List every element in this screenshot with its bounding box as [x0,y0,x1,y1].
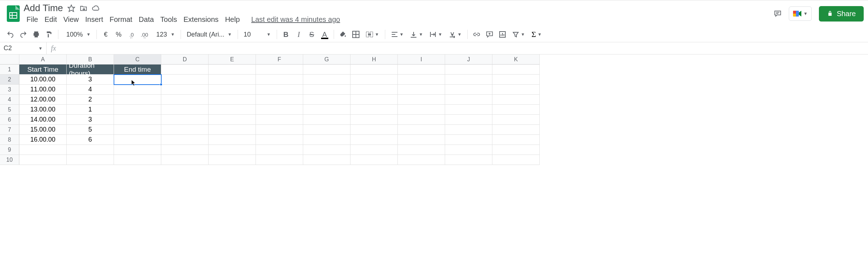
cell[interactable] [398,135,445,145]
cell[interactable]: 1 [67,105,114,115]
cell[interactable]: 3 [67,115,114,125]
strikethrough-button[interactable]: S [306,28,318,41]
cell[interactable]: 11.00.00 [19,85,67,95]
cell[interactable] [492,95,540,105]
redo-button[interactable] [17,28,29,41]
insert-link-button[interactable] [471,28,483,41]
cell[interactable] [209,125,256,135]
cell[interactable] [114,105,161,115]
cell[interactable] [492,125,540,135]
cell[interactable] [114,75,161,85]
column-header[interactable]: I [398,54,445,65]
cell[interactable] [209,145,256,155]
column-header[interactable]: J [445,54,492,65]
cell[interactable]: 16.00.00 [19,135,67,145]
row-header[interactable]: 2 [0,75,19,85]
cell[interactable] [256,155,303,165]
cell[interactable] [492,75,540,85]
decrease-decimal-button[interactable]: .0← [125,28,138,41]
cell[interactable]: 2 [67,95,114,105]
cell[interactable] [114,85,161,95]
cell[interactable] [350,105,398,115]
cell[interactable] [256,85,303,95]
italic-button[interactable]: I [293,28,305,41]
zoom-dropdown[interactable]: 100%▼ [61,31,94,38]
cell[interactable] [350,115,398,125]
column-header[interactable]: C [114,54,161,65]
cell[interactable] [350,95,398,105]
cell[interactable]: 15.00.00 [19,125,67,135]
menu-tools[interactable]: Tools [157,14,180,25]
cell[interactable] [256,75,303,85]
insert-chart-button[interactable] [496,28,509,41]
cell[interactable] [398,75,445,85]
menu-help[interactable]: Help [222,14,243,25]
cell[interactable] [161,125,209,135]
menu-view[interactable]: View [61,14,82,25]
cell[interactable] [398,95,445,105]
cell[interactable] [114,115,161,125]
filter-dropdown[interactable]: ▼ [509,31,528,38]
row-header[interactable]: 5 [0,105,19,115]
last-edit-link[interactable]: Last edit was 4 minutes ago [248,14,343,25]
cell[interactable] [398,145,445,155]
print-button[interactable] [30,28,42,41]
cell[interactable]: 12.00.00 [19,95,67,105]
cell[interactable] [114,95,161,105]
currency-button[interactable]: € [100,28,112,41]
cell[interactable] [303,95,350,105]
cell[interactable] [350,65,398,75]
menu-data[interactable]: Data [136,14,157,25]
cell[interactable] [303,85,350,95]
column-header[interactable]: H [350,54,398,65]
cell[interactable] [445,95,492,105]
cell[interactable] [398,65,445,75]
cell[interactable] [492,155,540,165]
undo-button[interactable] [4,28,16,41]
cell[interactable] [350,85,398,95]
cell[interactable] [161,95,209,105]
cell[interactable] [350,145,398,155]
meet-button[interactable]: ▼ [789,6,812,21]
cell[interactable] [114,155,161,165]
cell[interactable] [445,85,492,95]
row-header[interactable]: 6 [0,115,19,125]
cell[interactable] [303,115,350,125]
bold-button[interactable]: B [280,28,292,41]
menu-insert[interactable]: Insert [82,14,106,25]
horizontal-align-dropdown[interactable]: ▼ [388,31,407,38]
text-wrap-dropdown[interactable]: ▼ [426,31,445,38]
row-header[interactable]: 3 [0,85,19,95]
cell[interactable] [161,85,209,95]
cell[interactable] [350,125,398,135]
cell[interactable]: 10.00.00 [19,75,67,85]
cell[interactable] [445,105,492,115]
cell[interactable] [350,75,398,85]
cell[interactable] [209,75,256,85]
menu-file[interactable]: File [24,14,41,25]
menu-extensions[interactable]: Extensions [181,14,221,25]
cell[interactable] [256,125,303,135]
percent-button[interactable]: % [113,28,125,41]
column-header[interactable]: F [256,54,303,65]
text-color-button[interactable]: A [319,28,331,41]
paint-format-button[interactable] [43,28,55,41]
cell[interactable]: 3 [67,75,114,85]
cell[interactable] [209,155,256,165]
column-header[interactable]: A [19,54,67,65]
comments-icon[interactable] [774,10,782,18]
cell[interactable] [492,145,540,155]
cell[interactable] [445,125,492,135]
cell[interactable] [303,75,350,85]
cell[interactable] [114,145,161,155]
cell[interactable] [303,65,350,75]
fill-color-button[interactable] [337,28,349,41]
column-header[interactable]: E [209,54,256,65]
cell[interactable] [398,105,445,115]
cell[interactable] [256,95,303,105]
cell[interactable] [492,85,540,95]
cell[interactable] [492,135,540,145]
cell[interactable] [303,145,350,155]
cell[interactable] [209,135,256,145]
formula-input[interactable] [60,42,868,54]
